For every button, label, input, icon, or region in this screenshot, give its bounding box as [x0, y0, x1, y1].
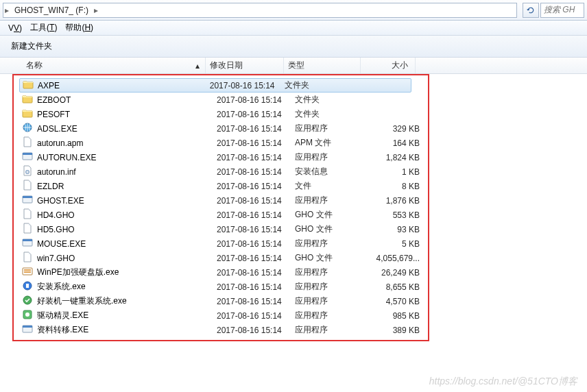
search-input[interactable]: 搜索 GH — [540, 3, 584, 18]
chevron-right-icon: ▸ — [3, 5, 10, 15]
file-type: 应用程序 — [295, 238, 372, 249]
column-name[interactable]: 名称 ▴ — [22, 58, 206, 73]
file-type: GHO 文件 — [295, 252, 372, 264]
file-type: 文件夹 — [295, 108, 372, 120]
file-name: WinPE加强硬盘版.exe — [37, 267, 217, 278]
file-name: autorun.inf — [37, 167, 217, 177]
breadcrumb-box[interactable]: ▸ GHOST_WIN7_ (F:) ▸ — [3, 3, 517, 18]
file-type: 文件夹 — [295, 94, 372, 106]
file-name: EZBOOT — [37, 95, 217, 105]
file-icon — [22, 136, 37, 149]
file-date: 2017-08-16 15:14 — [217, 239, 295, 249]
menu-help[interactable]: 帮助(H) — [61, 22, 97, 34]
file-name: AUTORUN.EXE — [37, 153, 217, 162]
file-row[interactable]: GHOST.EXE2017-08-16 15:14应用程序1,876 KB — [19, 193, 576, 208]
file-name: 驱动精灵.EXE — [37, 310, 217, 321]
file-row[interactable]: PESOFT2017-08-16 15:14文件夹 — [19, 107, 576, 121]
file-type: 安装信息 — [295, 166, 372, 177]
file-date: 2017-08-16 15:14 — [217, 326, 295, 335]
watermark: https://blog.csdn.net/@51CTO博客 — [429, 376, 577, 388]
column-headers: 名称 ▴ 修改日期 类型 大小 — [0, 58, 587, 74]
file-size: 4,055,679... — [372, 254, 427, 263]
svg-rect-2 — [23, 153, 32, 155]
file-name: win7.GHO — [37, 254, 217, 263]
file-type: 应用程序 — [295, 267, 372, 278]
file-row[interactable]: autorun.apm2017-08-16 15:14APM 文件164 KB — [19, 136, 576, 150]
file-date: 2017-08-16 15:14 — [217, 282, 295, 292]
file-size: 985 KB — [372, 311, 427, 321]
file-date: 2017-08-16 15:14 — [217, 153, 295, 162]
column-size[interactable]: 大小 — [361, 58, 416, 73]
exe-icon — [22, 237, 37, 250]
file-icon — [22, 180, 37, 193]
file-row[interactable]: HD5.GHO2017-08-16 15:14GHO 文件93 KB — [19, 222, 576, 236]
file-size: 8,655 KB — [372, 282, 427, 292]
file-name: HD4.GHO — [37, 210, 217, 220]
file-type: APM 文件 — [295, 137, 372, 149]
menu-view[interactable]: VV) — [4, 23, 26, 33]
file-size: 329 KB — [372, 124, 427, 134]
file-date: 2017-08-16 15:14 — [210, 81, 285, 90]
file-row[interactable]: autorun.inf2017-08-16 15:14安装信息1 KB — [19, 164, 576, 179]
file-row[interactable]: 资料转移.EXE2017-08-16 15:14应用程序389 KB — [19, 323, 576, 337]
file-name: ADSL.EXE — [37, 124, 217, 134]
file-row[interactable]: AXPE2017-08-16 15:14文件夹 — [19, 78, 411, 93]
breadcrumb-item[interactable]: GHOST_WIN7_ (F:) — [10, 3, 93, 17]
file-date: 2017-08-16 15:14 — [217, 95, 295, 105]
refresh-icon — [527, 6, 535, 14]
file-row[interactable]: HD4.GHO2017-08-16 15:14GHO 文件553 KB — [19, 208, 576, 222]
file-name: 安装系统.exe — [37, 281, 217, 293]
exe-blue-icon — [22, 280, 37, 293]
file-row[interactable]: 好装机一键重装系统.exe2017-08-16 15:14应用程序4,570 K… — [19, 294, 576, 308]
file-row[interactable]: win7.GHO2017-08-16 15:14GHO 文件4,055,679.… — [19, 251, 576, 265]
file-type: 应用程序 — [295, 324, 372, 336]
file-size: 553 KB — [372, 210, 427, 220]
inf-icon — [22, 165, 37, 178]
file-size: 93 KB — [372, 225, 427, 234]
file-name: AXPE — [38, 81, 210, 90]
file-name: GHOST.EXE — [37, 196, 217, 206]
file-date: 2017-08-16 15:14 — [217, 124, 295, 134]
file-list: AXPE2017-08-16 15:14文件夹EZBOOT2017-08-16 … — [0, 74, 587, 344]
folder-icon — [23, 79, 38, 92]
file-row[interactable]: WinPE加强硬盘版.exe2017-08-16 15:14应用程序26,249… — [19, 265, 576, 280]
exe-icon — [22, 194, 37, 207]
file-row[interactable]: EZLDR2017-08-16 15:14文件8 KB — [19, 179, 576, 193]
file-row[interactable]: ADSL.EXE2017-08-16 15:14应用程序329 KB — [19, 121, 576, 136]
column-date[interactable]: 修改日期 — [206, 58, 284, 73]
svg-rect-5 — [23, 196, 32, 198]
new-folder-button[interactable]: 新建文件夹 — [5, 38, 58, 55]
file-name: HD5.GHO — [37, 225, 217, 234]
folder-icon — [22, 93, 37, 106]
file-type: 文件夹 — [285, 79, 358, 91]
menu-tools[interactable]: 工具(T) — [26, 22, 61, 34]
file-size: 1 KB — [372, 167, 427, 177]
file-name: PESOFT — [37, 110, 217, 119]
column-type[interactable]: 类型 — [284, 58, 361, 73]
svg-rect-14 — [23, 326, 32, 328]
search-placeholder: 搜索 GH — [544, 4, 575, 16]
file-type: 应用程序 — [295, 195, 372, 206]
refresh-button[interactable] — [523, 3, 539, 18]
file-row[interactable]: MOUSE.EXE2017-08-16 15:14应用程序5 KB — [19, 236, 576, 251]
file-date: 2017-08-16 15:14 — [217, 254, 295, 263]
file-date: 2017-08-16 15:14 — [217, 210, 295, 220]
file-row[interactable]: EZBOOT2017-08-16 15:14文件夹 — [19, 93, 576, 107]
svg-rect-7 — [23, 239, 32, 241]
file-name: 资料转移.EXE — [37, 324, 217, 336]
file-name: autorun.apm — [37, 138, 217, 148]
file-icon — [22, 223, 37, 236]
file-type: 应用程序 — [295, 151, 372, 163]
file-row[interactable]: AUTORUN.EXE2017-08-16 15:14应用程序1,824 KB — [19, 150, 576, 164]
file-date: 2017-08-16 15:14 — [217, 297, 295, 306]
menu-bar: VV) 工具(T) 帮助(H) — [0, 21, 587, 36]
file-type: 文件 — [295, 180, 372, 192]
file-date: 2017-08-16 15:14 — [217, 268, 295, 278]
folder-icon — [22, 108, 37, 121]
file-type: GHO 文件 — [295, 223, 372, 235]
file-size: 4,570 KB — [372, 297, 427, 306]
file-type: GHO 文件 — [295, 209, 372, 221]
file-size: 164 KB — [372, 138, 427, 148]
file-row[interactable]: 安装系统.exe2017-08-16 15:14应用程序8,655 KB — [19, 280, 576, 294]
file-row[interactable]: 驱动精灵.EXE2017-08-16 15:14应用程序985 KB — [19, 308, 576, 323]
